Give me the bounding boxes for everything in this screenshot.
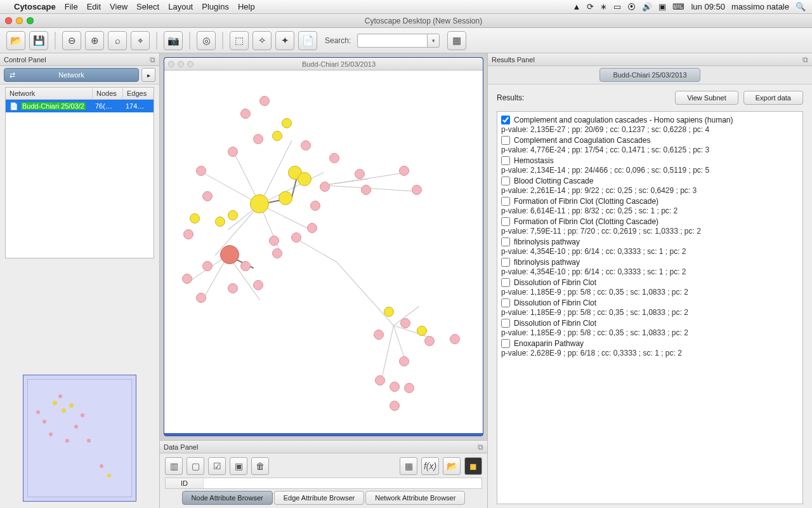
zoom-in-button[interactable]: ⊕: [85, 31, 104, 50]
nv-close-icon[interactable]: [168, 61, 174, 67]
menu-select[interactable]: Select: [136, 2, 159, 11]
result-checkbox[interactable]: [501, 136, 510, 145]
dp-delete-button[interactable]: 🗑: [251, 457, 269, 475]
result-item[interactable]: Complement and Coagulation Cascadesp-val…: [499, 135, 801, 155]
inputmenu-icon[interactable]: ⌨: [672, 2, 684, 11]
zoom-fit-button[interactable]: ⌕: [108, 31, 127, 50]
result-checkbox[interactable]: [501, 319, 510, 328]
dp-col-id[interactable]: ID: [166, 478, 204, 488]
volume-icon[interactable]: 🔊: [642, 2, 652, 11]
result-checkbox[interactable]: [501, 278, 510, 287]
dp-btn-4[interactable]: ▣: [230, 457, 247, 475]
result-item[interactable]: Blood Clotting Cascadep-value: 2,261E-14…: [499, 175, 801, 196]
battery-icon[interactable]: ▣: [658, 2, 666, 11]
result-stats: p-value: 6,614E-11 ; pp: 8/32 ; cc: 0,25…: [501, 206, 799, 215]
tool-d-button[interactable]: 📄: [298, 31, 317, 50]
search-dropdown[interactable]: ▾: [427, 34, 440, 48]
dock-icon[interactable]: ⧉: [478, 443, 483, 451]
nv-zoom-icon[interactable]: [187, 61, 193, 67]
col-nodes[interactable]: Nodes: [93, 88, 123, 99]
minimize-icon[interactable]: [16, 17, 23, 24]
result-checkbox[interactable]: [501, 258, 510, 267]
dock-icon[interactable]: ⧉: [150, 55, 155, 64]
network-canvas[interactable]: [164, 70, 483, 433]
dp-btn-3[interactable]: ☑: [208, 457, 226, 475]
dp-btn-heat[interactable]: ◼: [464, 457, 482, 475]
result-item[interactable]: Dissolution of Fibrin Clotp-value: 1,185…: [499, 297, 801, 318]
svg-line-15: [324, 173, 407, 185]
dp-btn-fx[interactable]: f(x): [421, 457, 439, 475]
result-checkbox[interactable]: [501, 116, 510, 124]
view-subnet-button[interactable]: View Subnet: [675, 91, 738, 105]
dp-btn-2[interactable]: ▢: [187, 457, 204, 475]
network-row[interactable]: 📄 Budd-Chiari 25/03/2 76(… 174…: [6, 100, 154, 112]
tool-c-button[interactable]: ✦: [275, 31, 294, 50]
display-icon[interactable]: ▭: [613, 2, 621, 11]
search-go-button[interactable]: ▦: [447, 31, 466, 50]
result-item[interactable]: fibrinolysis pathwayp-value: 4,354E-10 ;…: [499, 236, 801, 257]
export-data-button[interactable]: Export data: [743, 91, 803, 105]
control-panel-header: Control Panel ⧉: [0, 53, 159, 66]
zoom-out-button[interactable]: ⊖: [62, 31, 81, 50]
zoom-icon[interactable]: [27, 17, 34, 24]
wifi-icon[interactable]: ⦿: [627, 2, 636, 11]
app-name[interactable]: Cytoscape: [14, 2, 56, 11]
close-icon[interactable]: [5, 17, 12, 24]
tool-b-button[interactable]: ✧: [252, 31, 272, 50]
result-name: Dissolution of Fibrin Clot: [514, 298, 596, 307]
result-checkbox[interactable]: [501, 197, 510, 206]
tool-a-button[interactable]: ⬚: [230, 31, 249, 50]
menu-view[interactable]: View: [110, 2, 128, 11]
spotlight-icon[interactable]: 🔍: [796, 2, 806, 11]
col-network[interactable]: Network: [6, 88, 93, 99]
gdrive-icon[interactable]: ▲: [573, 2, 581, 11]
dp-btn-a[interactable]: ▦: [400, 457, 417, 475]
overview-pane[interactable]: [23, 375, 136, 502]
menu-layout[interactable]: Layout: [168, 2, 193, 11]
result-item[interactable]: fibrinolysis pathwayp-value: 4,354E-10 ;…: [499, 257, 801, 277]
result-checkbox[interactable]: [501, 217, 510, 226]
search-input[interactable]: [357, 34, 427, 48]
open-button[interactable]: 📂: [6, 31, 25, 50]
dp-table[interactable]: ID: [165, 478, 482, 489]
result-checkbox[interactable]: [501, 339, 510, 348]
tab-node-attr[interactable]: Node Attribute Browser: [182, 491, 273, 505]
dp-btn-open[interactable]: 📂: [443, 457, 461, 475]
tab-edge-attr[interactable]: Edge Attribute Browser: [274, 491, 365, 505]
result-item[interactable]: Enoxaparin Pathwayp-value: 2,628E-9 ; pp…: [499, 338, 801, 358]
result-checkbox[interactable]: [501, 298, 510, 307]
tab-network[interactable]: ⇄ Network: [4, 68, 139, 82]
result-item[interactable]: Hemostasisp-value: 2,134E-14 ; pp: 24/46…: [499, 155, 801, 175]
menu-file[interactable]: File: [65, 2, 78, 11]
nv-min-icon[interactable]: [178, 61, 184, 67]
result-item[interactable]: Complement and coagulation cascades - Ho…: [499, 114, 801, 135]
save-button[interactable]: 💾: [29, 31, 48, 50]
control-panel-title: Control Panel: [4, 56, 46, 64]
col-edges[interactable]: Edges: [123, 88, 154, 99]
bluetooth-icon[interactable]: ∗: [600, 2, 607, 11]
menu-plugins[interactable]: Plugins: [202, 2, 229, 11]
vizmap-button[interactable]: ◎: [197, 31, 216, 50]
username[interactable]: massimo natale: [731, 2, 789, 11]
snapshot-button[interactable]: 📷: [164, 31, 183, 50]
sync-icon[interactable]: ⟳: [587, 2, 594, 11]
dp-btn-1[interactable]: ▥: [165, 457, 183, 475]
result-checkbox[interactable]: [501, 156, 510, 165]
result-stats: p-value: 4,354E-10 ; pp: 6/14 ; cc: 0,33…: [501, 247, 799, 256]
results-tab[interactable]: Budd-Chiari 25/03/2013: [599, 68, 700, 82]
menu-edit[interactable]: Edit: [87, 2, 101, 11]
result-item[interactable]: Dissolution of Fibrin Clotp-value: 1,185…: [499, 318, 801, 338]
result-checkbox[interactable]: [501, 177, 510, 185]
result-checkbox[interactable]: [501, 237, 510, 246]
clock[interactable]: lun 09:50: [691, 2, 725, 11]
menu-help[interactable]: Help: [238, 2, 255, 11]
dock-icon[interactable]: ⧉: [802, 55, 808, 64]
tab-network-attr[interactable]: Network Attribute Browser: [365, 491, 465, 505]
tab-overflow[interactable]: ▸: [141, 68, 155, 82]
result-item[interactable]: Dissolution of Fibrin Clotp-value: 1,185…: [499, 277, 801, 297]
result-item[interactable]: Formation of Fibrin Clot (Clotting Casca…: [499, 216, 801, 236]
network-view[interactable]: Budd-Chiari 25/03/2013: [164, 57, 483, 436]
results-list[interactable]: Complement and coagulation cascades - Ho…: [497, 111, 803, 504]
zoom-region-button[interactable]: ⌖: [131, 31, 150, 50]
result-item[interactable]: Formation of Fibrin Clot (Clotting Casca…: [499, 196, 801, 216]
